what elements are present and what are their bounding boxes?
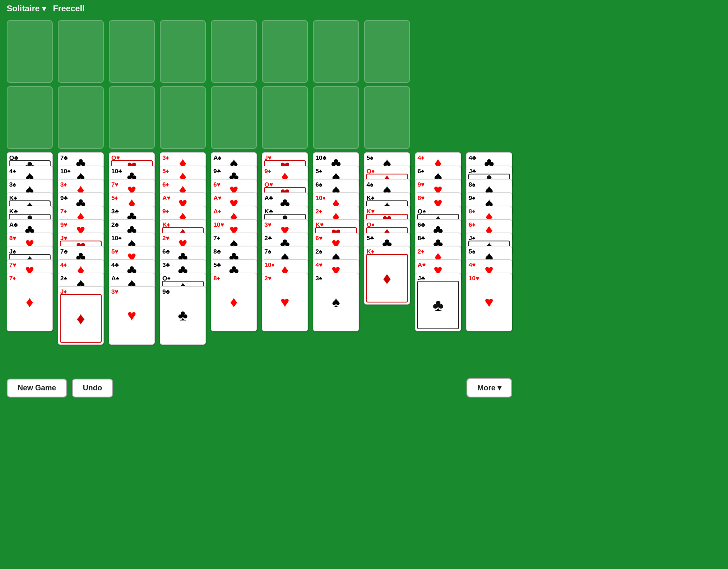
foundation-slot-3[interactable] — [313, 20, 359, 83]
card-2♥[interactable]: 2♥♥ — [262, 273, 308, 331]
game-area: Q♣♣4♠♠3♠♠K♠♠K♣♣A♣♣8♥♥J♠♠7♥♥7♦♦7♣♣10♠♠3♦♦… — [0, 17, 519, 365]
empty-slot-5[interactable] — [211, 86, 257, 149]
solitaire-title[interactable]: Solitaire ▾ — [7, 3, 46, 13]
column-9: 4♦♦6♠♠9♥♥8♥♥Q♠♠6♣♣8♣♣2♦♦A♥♥J♣♣ — [415, 152, 461, 361]
freecell-slot-1[interactable] — [7, 20, 53, 83]
column-1: Q♣♣4♠♠3♠♠K♠♠K♣♣A♣♣8♥♥J♠♠7♥♥7♦♦ — [7, 152, 53, 361]
column-3: Q♥♥10♣♣7♥♥5♦♦3♣♣2♣♣10♠♠5♥♥4♣♣A♠♠3♥♥ — [109, 152, 155, 361]
undo-button[interactable]: Undo — [72, 379, 113, 397]
empty-slot-4[interactable] — [160, 86, 206, 149]
card-10♥[interactable]: 10♥♥ — [466, 273, 512, 331]
columns-area: Q♣♣4♠♠3♠♠K♠♠K♣♣A♣♣8♥♥J♠♠7♥♥7♦♦7♣♣10♠♠3♦♦… — [7, 152, 512, 361]
empty-slot-7[interactable] — [313, 86, 359, 149]
card-K♦[interactable]: K♦♦ — [364, 246, 410, 305]
left-buttons: New Game Undo — [7, 379, 113, 397]
card-3♠[interactable]: 3♠♠ — [313, 273, 359, 331]
column-2: 7♣♣10♠♠3♦♦9♣♣7♦♦9♥♥J♥♥7♣♣4♦♦2♠♠J♦♦ — [58, 152, 104, 361]
column-10: 4♣♣J♣♣8♠♠9♠♠8♦♦6♦♦J♠♠5♠♠4♥♥10♥♥ — [466, 152, 512, 361]
column-5: A♠♠9♣♣6♥♥A♥♥A♦♦10♥♥7♠♠8♣♣5♣♣8♦♦ — [211, 152, 257, 361]
foundation-slot-4[interactable] — [364, 20, 410, 83]
foundation-slot-2[interactable] — [262, 20, 308, 83]
card-J♦[interactable]: J♦♦ — [58, 286, 104, 345]
game-type-label: Freecell — [53, 4, 85, 13]
freecell-slot-3[interactable] — [109, 20, 155, 83]
freecell-row — [7, 20, 512, 83]
card-8♦[interactable]: 8♦♦ — [211, 273, 257, 331]
empty-slot-3[interactable] — [109, 86, 155, 149]
empty-slot-8[interactable] — [364, 86, 410, 149]
empty-slot-1[interactable] — [7, 86, 53, 149]
freecell-slot-4[interactable] — [160, 20, 206, 83]
column-7: 10♣♣5♠♠6♠♠10♦♦2♦♦K♥♥6♥♥2♠♠4♥♥3♠♠ — [313, 152, 359, 361]
column-8: 5♠♠Q♦♦4♠♠K♠♠K♥♥Q♦♦5♣♣K♦♦ — [364, 152, 410, 361]
card-3♥[interactable]: 3♥♥ — [109, 286, 155, 345]
card-J♣[interactable]: J♣♣ — [415, 273, 461, 331]
new-game-button[interactable]: New Game — [7, 379, 67, 397]
foundation-slot-1[interactable] — [211, 20, 257, 83]
more-button[interactable]: More ▾ — [467, 378, 512, 397]
column-4: 3♦♦5♦♦6♦♦A♥♥9♦♦K♦♦2♥♥6♣♣3♣♣Q♠♠9♣♣ — [160, 152, 206, 361]
bottom-bar: New Game Undo More ▾ — [0, 373, 519, 402]
freecell-slot-2[interactable] — [58, 20, 104, 83]
empty-row — [7, 86, 512, 149]
empty-slot-6[interactable] — [262, 86, 308, 149]
card-7♦[interactable]: 7♦♦ — [7, 273, 53, 331]
header: Solitaire ▾ Freecell — [0, 0, 519, 17]
card-9♣[interactable]: 9♣♣ — [160, 286, 206, 345]
column-6: J♥♥9♦♦Q♥♥A♣♣K♣♣3♥♥2♣♣7♠♠10♦♦2♥♥ — [262, 152, 308, 361]
empty-slot-2[interactable] — [58, 86, 104, 149]
